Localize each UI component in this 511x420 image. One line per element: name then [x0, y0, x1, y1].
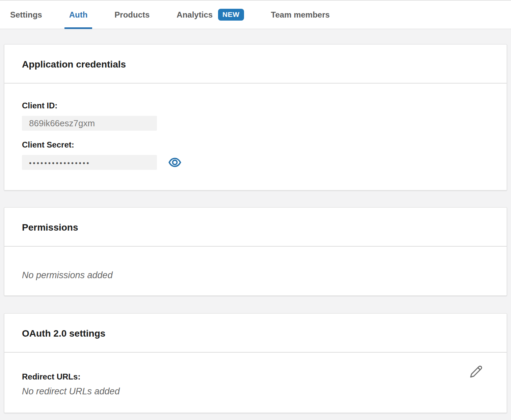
application-credentials-body: Client ID: 869ik66esz7gxm Client Secret:…	[4, 83, 507, 190]
tab-auth-label: Auth	[69, 10, 88, 20]
tab-products[interactable]: Products	[110, 1, 154, 29]
pencil-icon	[469, 365, 483, 379]
application-credentials-card: Application credentials Client ID: 869ik…	[4, 44, 507, 190]
eye-icon	[168, 157, 181, 168]
oauth-settings-card: OAuth 2.0 settings Redirect URLs: No red…	[4, 313, 507, 413]
tab-team-members[interactable]: Team members	[266, 1, 334, 29]
client-secret-label: Client Secret:	[22, 140, 489, 150]
client-secret-row: ••••••••••••••••	[22, 155, 489, 170]
tab-analytics-label: Analytics	[177, 10, 213, 20]
oauth-settings-body: Redirect URLs: No redirect URLs added	[4, 352, 507, 413]
redirect-urls-label: Redirect URLs:	[22, 372, 489, 382]
client-id-value: 869ik66esz7gxm	[29, 118, 95, 129]
tab-bar: Settings Auth Products Analytics NEW Tea…	[0, 0, 511, 29]
application-credentials-title: Application credentials	[4, 45, 507, 83]
tab-auth[interactable]: Auth	[64, 1, 92, 29]
tab-analytics[interactable]: Analytics NEW	[172, 1, 248, 29]
new-badge: NEW	[218, 9, 244, 21]
permissions-card: Permissions No permissions added	[4, 207, 507, 296]
permissions-title: Permissions	[4, 208, 507, 246]
client-secret-masked-value: ••••••••••••••••	[29, 158, 90, 167]
client-id-field[interactable]: 869ik66esz7gxm	[22, 116, 157, 131]
redirect-urls-empty-text: No redirect URLs added	[22, 386, 489, 396]
permissions-empty-text: No permissions added	[22, 270, 489, 280]
edit-redirect-urls-button[interactable]	[467, 363, 484, 381]
client-id-label: Client ID:	[22, 101, 489, 110]
reveal-secret-button[interactable]	[167, 156, 183, 169]
tab-settings-label: Settings	[10, 10, 42, 20]
permissions-body: No permissions added	[4, 246, 507, 295]
oauth-settings-title: OAuth 2.0 settings	[4, 314, 507, 352]
tab-team-members-label: Team members	[271, 10, 330, 20]
client-secret-field[interactable]: ••••••••••••••••	[22, 155, 157, 170]
tab-settings[interactable]: Settings	[5, 1, 47, 29]
tab-products-label: Products	[114, 10, 150, 20]
